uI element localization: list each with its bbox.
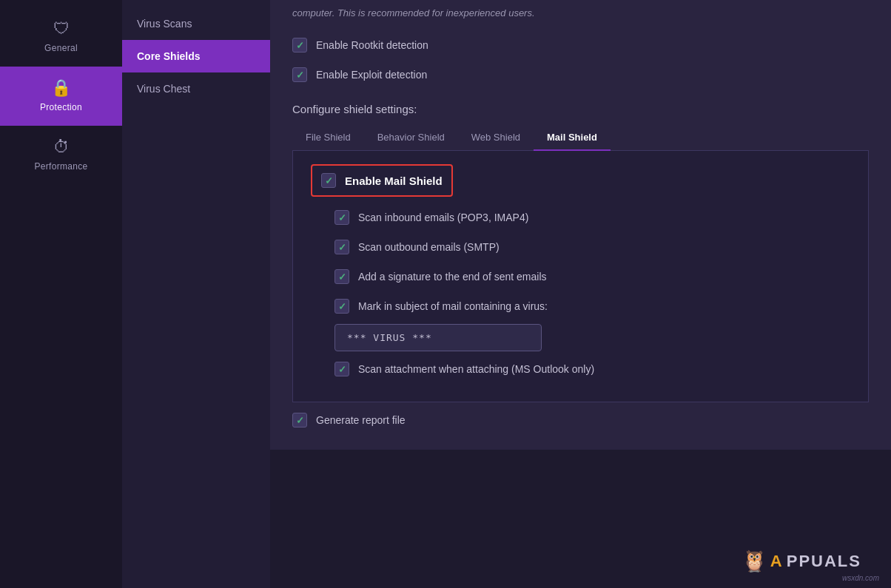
rootkit-checkbox[interactable] [292,38,307,53]
shield-tabs: File Shield Behavior Shield Web Shield M… [292,124,869,151]
nav-item-virus-chest[interactable]: Virus Chest [122,72,270,105]
ppuals-text: PPUALS [787,552,861,571]
add-signature-row: Add a signature to the end of sent email… [334,262,850,291]
virus-text-container [311,321,850,354]
sidebar-label-protection: Protection [40,102,82,112]
scan-outbound-checkbox[interactable] [334,240,349,254]
watermark: wsxdn.com [842,574,879,582]
tab-mail-shield[interactable]: Mail Shield [534,124,611,150]
a-letter: A [770,552,784,571]
shield-icon: 🛡 [53,21,70,37]
nav-panel: Virus Scans Core Shields Virus Chest [122,0,270,588]
sidebar-item-general[interactable]: 🛡 General [0,7,122,67]
tab-file-shield[interactable]: File Shield [292,124,364,150]
mark-subject-label: Mark in subject of mail containing a vir… [358,300,548,312]
nav-item-virus-scans[interactable]: Virus Scans [122,7,270,40]
enable-mail-shield-checkbox[interactable] [321,173,336,188]
exploit-label: Enable Exploit detection [316,69,427,81]
sidebar-item-performance[interactable]: ⏱ Performance [0,126,122,185]
sidebar-label-general: General [44,43,78,53]
sidebar-label-performance: Performance [35,161,88,172]
tab-web-shield[interactable]: Web Shield [458,124,534,150]
main-content: computer. This is recommended for inexpe… [270,0,891,450]
exploit-row: Enable Exploit detection [292,60,869,89]
virus-text-input[interactable] [334,324,542,351]
scan-inbound-row: Scan inbound emails (POP3, IMAP4) [334,203,850,232]
main-wrapper: computer. This is recommended for inexpe… [270,0,891,588]
scan-outbound-label: Scan outbound emails (SMTP) [358,241,500,253]
mark-subject-row: Mark in subject of mail containing a vir… [334,291,850,321]
generate-report-row: Generate report file [292,402,869,428]
top-info-text: computer. This is recommended for inexpe… [292,0,869,30]
scan-attachment-label: Scan attachment when attaching (MS Outlo… [358,363,594,375]
sidebar-item-protection[interactable]: 🔒 Protection [0,67,122,126]
add-signature-label: Add a signature to the end of sent email… [358,271,547,283]
tab-behavior-shield[interactable]: Behavior Shield [364,124,458,150]
rootkit-label: Enable Rootkit detection [316,39,428,51]
scan-attachment-row: Scan attachment when attaching (MS Outlo… [334,354,850,384]
appuals-logo: 🦉 A PPUALS [742,549,861,573]
exploit-checkbox[interactable] [292,67,307,82]
lock-icon: 🔒 [51,80,71,96]
mail-shield-panel: Enable Mail Shield Scan inbound emails (… [292,151,869,402]
sidebar: 🛡 General 🔒 Protection ⏱ Performance [0,0,122,588]
nav-item-core-shields[interactable]: Core Shields [122,40,270,72]
scan-outbound-row: Scan outbound emails (SMTP) [334,232,850,262]
scan-inbound-checkbox[interactable] [334,210,349,225]
mark-subject-checkbox[interactable] [334,299,349,314]
rootkit-row: Enable Rootkit detection [292,30,869,60]
add-signature-checkbox[interactable] [334,269,349,284]
scan-attachment-checkbox[interactable] [334,362,349,376]
owl-icon: 🦉 [742,549,767,573]
enable-mail-shield-label: Enable Mail Shield [345,175,443,187]
generate-report-checkbox[interactable] [292,413,307,428]
generate-report-label: Generate report file [316,414,406,426]
clock-icon: ⏱ [53,139,70,155]
enable-mail-shield-row: Enable Mail Shield [311,164,453,197]
shield-settings-title: Configure shield settings: [292,103,869,115]
scan-inbound-label: Scan inbound emails (POP3, IMAP4) [358,212,528,223]
